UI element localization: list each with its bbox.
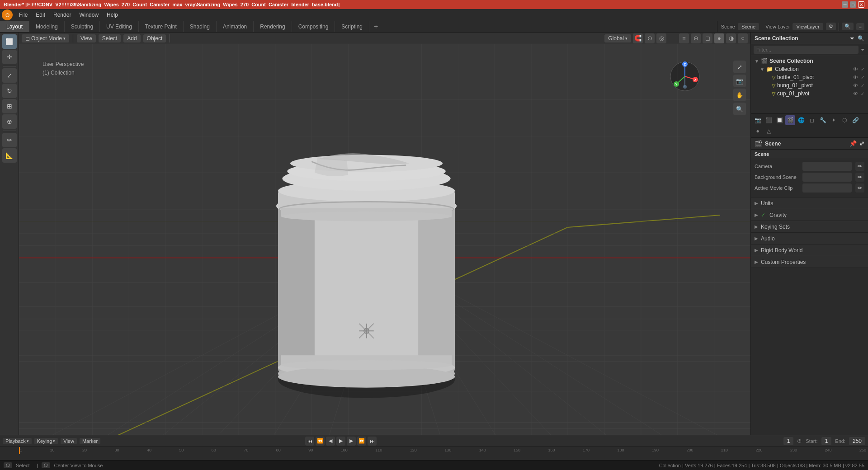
viewport-shading-rendered[interactable]: ○	[738, 33, 748, 43]
previous-keyframe-button[interactable]: ⏪	[316, 437, 325, 446]
bung-extra-icon[interactable]: ✓	[861, 83, 864, 88]
custom-properties-section[interactable]: ▶ Custom Properties	[751, 256, 868, 268]
outliner-bung[interactable]: ▽ bung_01_pivot 👁 ✓	[751, 81, 868, 89]
menu-window[interactable]: Window	[75, 11, 102, 19]
rotate-tool-button[interactable]: ↻	[2, 84, 17, 98]
jump-to-start-button[interactable]: ⏮	[305, 437, 314, 446]
world-props-icon[interactable]: 🌐	[796, 115, 806, 125]
menu-edit[interactable]: Edit	[32, 11, 49, 19]
select-menu-btn[interactable]: Select	[99, 34, 121, 42]
particles-props-icon[interactable]: ✦	[829, 115, 839, 125]
tab-scripting[interactable]: Scripting	[335, 21, 369, 32]
movie-clip-prop-icon[interactable]: ✏	[855, 183, 864, 193]
tab-sculpting[interactable]: Sculpting	[65, 21, 100, 32]
step-back-button[interactable]: ◀	[326, 437, 335, 446]
tab-animation[interactable]: Animation	[217, 21, 254, 32]
units-section[interactable]: ▶ Units	[751, 197, 868, 209]
scale-tool-button[interactable]: ⊞	[2, 99, 17, 113]
bottle-visibility-icon[interactable]: 👁	[853, 75, 858, 80]
outliner-cup[interactable]: ▽ cup_01_pivot 👁 ✓	[751, 89, 868, 98]
outliner-scene-collection[interactable]: ▼ 🎬 Scene Collection	[751, 57, 868, 65]
constraints-props-icon[interactable]: 🔗	[850, 115, 860, 125]
modifier-props-icon[interactable]: 🔧	[818, 115, 828, 125]
view-layer-settings-btn[interactable]: ⚙	[826, 23, 836, 30]
tab-modeling[interactable]: Modeling	[29, 21, 65, 32]
cup-visibility-icon[interactable]: 👁	[853, 91, 858, 96]
pivot-icon[interactable]: ◎	[656, 33, 666, 43]
scene-props-icon[interactable]: 🎬	[785, 115, 795, 125]
maximize-button[interactable]: □	[850, 1, 856, 8]
measure-tool-button[interactable]: 📐	[2, 148, 17, 163]
view-dropdown[interactable]: View	[61, 438, 77, 444]
bottle-extra-icon[interactable]: ✓	[861, 75, 864, 80]
menu-help[interactable]: Help	[103, 11, 122, 19]
outliner-search-icon[interactable]: 🔍	[858, 35, 864, 42]
outliner-filter-btn[interactable]: ⏷	[860, 47, 865, 52]
camera-prop-icon[interactable]: ✏	[855, 162, 864, 171]
data-props-icon[interactable]: △	[764, 126, 774, 136]
gravity-section[interactable]: ▶ ✓ Gravity	[751, 209, 868, 221]
rigid-body-world-section[interactable]: ▶ Rigid Body World	[751, 244, 868, 256]
add-menu-btn[interactable]: Add	[123, 34, 140, 42]
move-tool-button[interactable]: ⤢	[2, 68, 17, 83]
zoom-extent-icon[interactable]: ⤢	[733, 61, 746, 73]
object-props-icon[interactable]: ◻	[807, 115, 817, 125]
tab-uv-editing[interactable]: UV Editing	[100, 21, 139, 32]
transform-tool-button[interactable]: ⊕	[2, 114, 17, 129]
filter-icon[interactable]: 🔍	[842, 23, 854, 30]
output-props-icon[interactable]: ⬛	[764, 115, 774, 125]
outliner-search-input[interactable]	[754, 46, 859, 54]
close-button[interactable]: ✕	[858, 1, 864, 8]
tab-shading[interactable]: Shading	[184, 21, 217, 32]
bg-scene-prop-icon[interactable]: ✏	[855, 173, 864, 182]
hand-icon[interactable]: ✋	[733, 89, 746, 101]
tab-compositing[interactable]: Compositing	[292, 21, 335, 32]
bg-scene-prop-value[interactable]	[802, 173, 852, 182]
minimize-button[interactable]: ─	[842, 1, 848, 8]
audio-section[interactable]: ▶ Audio	[751, 233, 868, 244]
view-layer-field[interactable]: ViewLayer	[793, 23, 823, 30]
collection-visibility-icon[interactable]: 👁	[853, 66, 858, 72]
transform-dropdown[interactable]: Global ▾	[604, 34, 631, 42]
magnify-icon[interactable]: 🔍	[733, 103, 746, 115]
menu-file[interactable]: File	[15, 11, 31, 19]
tab-rendering[interactable]: Rendering	[254, 21, 292, 32]
object-mode-dropdown[interactable]: ◻ Object Mode ▾	[22, 34, 69, 42]
gizmo-icon[interactable]: ⊕	[691, 33, 701, 43]
collection-extra-icon[interactable]: ✓	[861, 67, 864, 72]
props-pin-icon[interactable]: 📌	[849, 140, 857, 147]
end-frame-box[interactable]: 250	[849, 437, 865, 445]
movie-clip-prop-value[interactable]	[802, 183, 852, 193]
tab-texture-paint[interactable]: Texture Paint	[139, 21, 184, 32]
cursor-tool-button[interactable]: ✛	[2, 50, 17, 64]
next-keyframe-button[interactable]: ⏩	[357, 437, 366, 446]
scene-name-field[interactable]: Scene	[738, 23, 759, 30]
physics-props-icon[interactable]: ⬡	[840, 115, 849, 125]
play-button[interactable]: ▶	[336, 437, 345, 446]
add-workspace-button[interactable]: +	[369, 21, 382, 32]
search-icon[interactable]: ≡	[856, 23, 864, 30]
select-tool-button[interactable]: ⬜	[2, 34, 17, 49]
proportional-edit-icon[interactable]: ⊙	[645, 33, 655, 43]
object-menu-btn[interactable]: Object	[143, 34, 166, 42]
current-frame-box[interactable]: 1	[783, 437, 794, 445]
snap-icon[interactable]: 🧲	[633, 33, 643, 43]
navigation-gizmo[interactable]: Z X Y	[669, 61, 701, 92]
props-expand-icon[interactable]: ⤢	[859, 140, 864, 147]
marker-dropdown[interactable]: Marker	[80, 438, 100, 444]
menu-render[interactable]: Render	[50, 11, 75, 19]
keying-sets-section[interactable]: ▶ Keying Sets	[751, 221, 868, 233]
viewport[interactable]: ◻ Object Mode ▾ View Select Add Object G…	[19, 33, 750, 435]
camera-icon[interactable]: 📷	[733, 75, 746, 87]
start-frame-box[interactable]: 1	[821, 437, 832, 445]
outliner-collection[interactable]: ▼ 📁 Collection 👁 ✓	[751, 65, 868, 73]
outliner-filter-icon[interactable]: ⏷	[849, 35, 855, 42]
annotate-tool-button[interactable]: ✏	[2, 133, 17, 147]
material-props-icon[interactable]: ●	[753, 126, 763, 136]
view-menu-btn[interactable]: View	[77, 34, 96, 42]
keying-dropdown[interactable]: Keying ▾	[34, 438, 58, 444]
jump-to-end-button[interactable]: ⏭	[368, 437, 377, 446]
viewport-shading-wire[interactable]: ◻	[703, 33, 712, 43]
bung-visibility-icon[interactable]: 👁	[853, 83, 858, 88]
camera-prop-value[interactable]	[802, 162, 852, 171]
